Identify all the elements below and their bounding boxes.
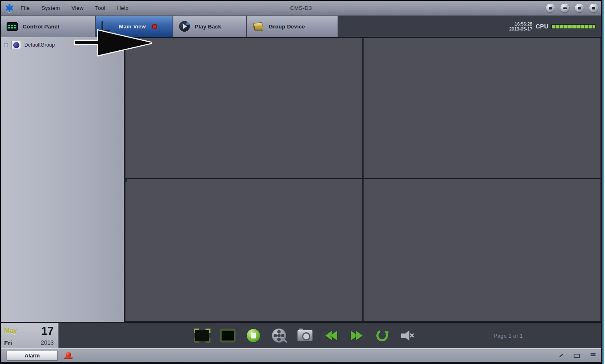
menu-item-system[interactable]: System xyxy=(41,5,60,11)
clock-time: 16:56:28 xyxy=(509,21,532,26)
mute-speaker-icon xyxy=(400,330,415,341)
close-button[interactable] xyxy=(589,4,598,12)
sidebar-collapse-handle[interactable] xyxy=(124,178,127,183)
app-window: ✱ CMS-D3 File System View Tool Help Cont… xyxy=(1,1,601,362)
minimize-button[interactable] xyxy=(560,4,569,12)
tab-label: Group Device xyxy=(269,23,305,30)
monitor-icon xyxy=(102,22,114,31)
tab-label: Play Back xyxy=(195,23,221,30)
tab-label: Main View xyxy=(119,23,146,30)
playback-toolbar-row: May 17 Fri 2013 Page 1 of 1 xyxy=(1,322,601,348)
group-device-icon xyxy=(253,22,264,31)
menu-bar: File System View Tool Help xyxy=(21,5,128,11)
calendar-weekday: Fri xyxy=(4,339,29,346)
record-button[interactable] xyxy=(272,327,286,344)
main-content: DefaultGroup xyxy=(1,37,601,322)
tab-control-panel[interactable]: Control Panel xyxy=(1,16,96,37)
cpu-usage-meter xyxy=(551,24,596,29)
tab-bar-status-area: 16:56:28 2013-05-17 CPU xyxy=(338,16,601,37)
single-screen-icon xyxy=(220,329,235,342)
playback-icon xyxy=(179,21,190,32)
fast-forward-icon xyxy=(356,331,363,341)
control-panel-icon xyxy=(7,22,18,31)
camera-icon xyxy=(297,330,313,341)
clock-display: 16:56:28 2013-05-17 xyxy=(509,21,532,31)
calendar-month: May xyxy=(4,327,29,335)
tab-main-view[interactable]: Main View xyxy=(96,16,173,37)
clock-date: 2013-05-17 xyxy=(509,26,532,31)
tab-bar: Control Panel Main View Play Back Group … xyxy=(1,16,601,37)
stop-icon xyxy=(247,329,260,342)
menu-item-view[interactable]: View xyxy=(71,5,83,11)
menu-item-help[interactable]: Help xyxy=(117,5,129,11)
device-tree-sidebar: DefaultGroup xyxy=(1,37,125,322)
rewind-icon xyxy=(330,331,337,341)
edit-icon[interactable] xyxy=(559,354,563,358)
mute-button[interactable] xyxy=(400,327,415,344)
alarm-button[interactable]: Alarm xyxy=(7,351,58,361)
video-grid-2x2 xyxy=(125,38,600,321)
fullscreen-icon xyxy=(195,330,209,341)
tree-expander-icon[interactable] xyxy=(4,43,8,47)
loop-icon xyxy=(375,328,390,343)
tab-label: Control Panel xyxy=(23,23,59,30)
single-screen-button[interactable] xyxy=(220,327,235,344)
calendar-day: 17 xyxy=(29,326,54,336)
menu-item-file[interactable]: File xyxy=(21,5,30,11)
film-reel-icon xyxy=(272,329,286,343)
page-indicator: Page 1 of 1 xyxy=(494,333,523,339)
tree-item-default-group[interactable]: DefaultGroup xyxy=(1,40,124,50)
maximize-button[interactable] xyxy=(575,4,584,12)
snapshot-button[interactable] xyxy=(297,327,313,344)
video-display-area xyxy=(125,37,601,322)
calendar-widget: May 17 Fri 2013 xyxy=(1,323,59,348)
status-bar-right-icons xyxy=(559,354,596,358)
fullscreen-button[interactable] xyxy=(195,327,210,344)
title-bar: ✱ CMS-D3 File System View Tool Help xyxy=(1,1,601,16)
tree-item-label: DefaultGroup xyxy=(24,42,55,48)
lock-window-button[interactable] xyxy=(546,4,555,12)
previous-page-button[interactable] xyxy=(324,327,338,344)
window-controls xyxy=(546,4,598,12)
tab-close-icon[interactable] xyxy=(152,24,157,29)
status-bar: Alarm xyxy=(1,348,601,362)
video-pane-2[interactable] xyxy=(364,38,600,178)
restore-window-icon[interactable] xyxy=(574,354,580,358)
cpu-label: CPU xyxy=(536,23,548,30)
page-edge-strip xyxy=(601,0,605,364)
tab-play-back[interactable]: Play Back xyxy=(173,16,247,37)
minimize-panel-icon[interactable] xyxy=(591,355,596,356)
next-page-button[interactable] xyxy=(349,327,364,344)
video-pane-4[interactable] xyxy=(364,179,600,321)
stop-all-button[interactable] xyxy=(246,327,261,344)
loop-tour-button[interactable] xyxy=(375,327,390,344)
playback-toolbar: Page 1 of 1 xyxy=(59,323,601,348)
calendar-year: 2013 xyxy=(29,339,54,346)
tab-group-device[interactable]: Group Device xyxy=(247,16,338,37)
alarm-indicator-icon xyxy=(64,352,73,359)
menu-item-tool[interactable]: Tool xyxy=(95,5,105,11)
group-globe-icon xyxy=(11,41,21,49)
video-pane-3[interactable] xyxy=(125,179,362,321)
app-logo-icon: ✱ xyxy=(4,3,15,14)
video-pane-1[interactable] xyxy=(125,38,362,178)
